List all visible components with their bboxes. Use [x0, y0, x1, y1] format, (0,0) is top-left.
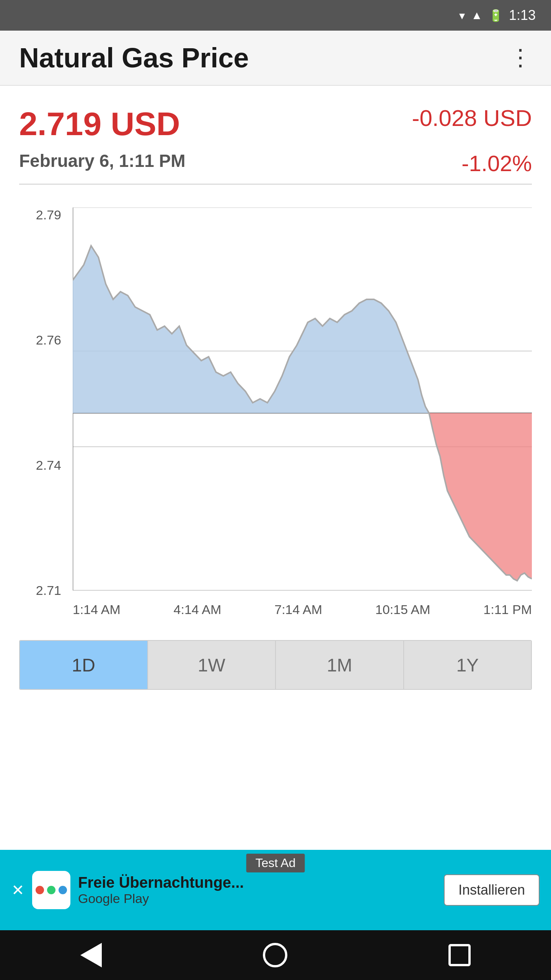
tabs-container: 1D 1W 1M 1Y [19, 640, 532, 690]
price-section: 2.719 USD -0.028 USD February 6, 1:11 PM… [0, 86, 551, 196]
wifi-icon: ▾ [459, 9, 465, 22]
price-change-usd: -0.028 USD [412, 105, 532, 131]
dot-blue [59, 886, 67, 894]
ad-test-label: Test Ad [246, 854, 305, 872]
price-value: 2.719 [19, 105, 101, 142]
date-change-row: February 6, 1:11 PM -1.02% [19, 150, 532, 176]
chart-plot [73, 207, 532, 598]
dot-green [47, 886, 55, 894]
ad-text: Freie Übernachtunge... Google Play [78, 874, 436, 906]
tab-1w[interactable]: 1W [148, 641, 276, 689]
x-label-2: 4:14 AM [174, 602, 222, 617]
x-label-4: 10:15 AM [375, 602, 430, 617]
time-period-tabs: 1D 1W 1M 1Y [0, 629, 551, 701]
dot-red [36, 886, 44, 894]
ad-banner: Test Ad ✕ Freie Übernachtunge... Google … [0, 850, 551, 930]
tab-1m[interactable]: 1M [276, 641, 404, 689]
recents-button[interactable] [448, 944, 471, 966]
y-label-3: 2.74 [36, 458, 61, 473]
page-title: Natural Gas Price [19, 42, 249, 74]
home-icon [263, 943, 287, 967]
ad-title: Freie Übernachtunge... [78, 874, 436, 891]
tab-1y[interactable]: 1Y [404, 641, 531, 689]
more-options-button[interactable]: ⋮ [509, 46, 532, 69]
price-row: 2.719 USD -0.028 USD [19, 105, 532, 143]
y-label-1: 2.79 [36, 207, 61, 222]
current-price: 2.719 USD [19, 105, 180, 143]
ad-close-button[interactable]: ✕ [11, 881, 24, 899]
signal-icon: ▲ [471, 9, 483, 22]
price-unit: USD [111, 105, 180, 142]
back-icon [80, 943, 102, 967]
back-button[interactable] [80, 943, 102, 967]
price-change-pct: -1.02% [461, 150, 532, 176]
battery-icon: 🔋 [489, 9, 503, 22]
price-date: February 6, 1:11 PM [19, 150, 186, 171]
price-divider [19, 184, 532, 185]
x-axis-labels: 1:14 AM 4:14 AM 7:14 AM 10:15 AM 1:11 PM [73, 598, 532, 621]
y-label-4: 2.71 [36, 583, 61, 598]
status-icons: ▾ ▲ 🔋 1:13 [459, 7, 536, 23]
navigation-bar [0, 930, 551, 980]
install-button[interactable]: Installieren [444, 874, 540, 906]
ad-icon [32, 871, 70, 909]
chart-section: 2.79 2.76 2.74 2.71 [0, 196, 551, 629]
ad-subtitle: Google Play [78, 891, 436, 906]
tab-1d[interactable]: 1D [20, 641, 148, 689]
x-label-5: 1:11 PM [483, 602, 532, 617]
chart-svg [73, 207, 532, 598]
ad-icon-dots [36, 886, 67, 894]
status-time: 1:13 [509, 7, 536, 23]
home-button[interactable] [263, 943, 287, 967]
status-bar: ▾ ▲ 🔋 1:13 [0, 0, 551, 31]
x-label-3: 7:14 AM [274, 602, 322, 617]
x-label-1: 1:14 AM [73, 602, 121, 617]
chart-container: 2.79 2.76 2.74 2.71 [19, 207, 532, 621]
recents-icon [448, 944, 471, 966]
y-axis-labels: 2.79 2.76 2.74 2.71 [19, 207, 65, 598]
y-label-2: 2.76 [36, 333, 61, 348]
app-bar: Natural Gas Price ⋮ [0, 31, 551, 86]
